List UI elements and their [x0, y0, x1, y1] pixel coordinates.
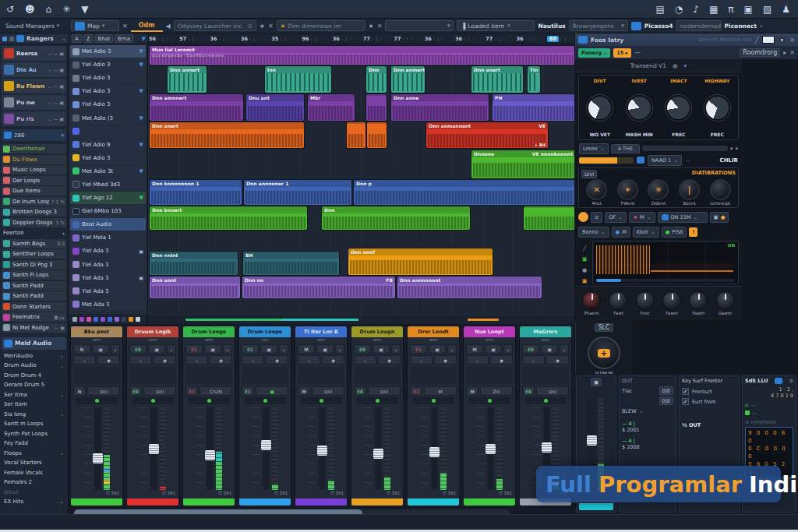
browser-list-item[interactable]: Ni Met Rodge — ▣	[2, 323, 66, 333]
routing-button[interactable]: ⌄	[129, 355, 152, 365]
inserts-button[interactable]: ▣	[541, 344, 558, 354]
volume-fader[interactable]	[94, 407, 101, 490]
naao-dropdown[interactable]: NAAO 1⌄	[648, 155, 682, 166]
sends-button[interactable]: ◆	[434, 355, 457, 365]
channel-color-footer[interactable]	[351, 499, 403, 506]
track-row[interactable]: Yiel Ada 3	[70, 285, 146, 298]
mixer-channel-strip[interactable]: Drum Loope -im- E1 ▣ ⌄ ⌄ ◆ E1 ●	[238, 326, 291, 506]
toolbar-icon[interactable]: ✳	[62, 4, 70, 15]
sort-z-button[interactable]: Z	[83, 34, 94, 43]
plugin-window-titlebar[interactable]: Foos Iatry Onn nnl Annnlnn nnn ╱ ▾ ✕	[575, 33, 798, 46]
browser-file-item[interactable]: Ser Item	[0, 400, 68, 410]
envelope-display[interactable]: ON	[592, 241, 739, 284]
pan-slider[interactable]	[300, 397, 342, 404]
fader-cap[interactable]	[429, 447, 440, 457]
inserts-button[interactable]: ▣	[204, 344, 221, 354]
monitor-button[interactable]: M	[466, 344, 483, 354]
browser-list-item[interactable]: Santh Padd	[2, 281, 66, 291]
browser-file-item[interactable]: Vocal Starters	[0, 458, 68, 468]
tool-icon[interactable]: ▣	[582, 256, 588, 262]
clip[interactable]: Dnn anmert	[391, 66, 425, 93]
mixer-channel-strip[interactable]: Nue Loopt -em- M ▣ ⌄ ⌄ ◆ M Znl	[463, 326, 516, 506]
toolbar-icon[interactable]: ◔	[675, 4, 683, 15]
empty-dropdown[interactable]: ▾	[385, 20, 454, 31]
browser-list-item[interactable]: Du Flows	[2, 155, 66, 164]
browser-file-item[interactable]: Floops ⌄	[0, 449, 68, 459]
browser-list-item[interactable]: Santh Fi Lops	[2, 270, 66, 280]
chevron-down-icon[interactable]: ⌄	[335, 344, 344, 354]
track-dot[interactable]	[108, 317, 112, 322]
browser-file-item[interactable]: Derare Drum 5	[0, 380, 68, 390]
routing-button[interactable]: ⌄	[242, 355, 264, 365]
clip[interactable]: Inn	[265, 66, 331, 93]
clip[interactable]	[366, 94, 387, 121]
picasso-field[interactable]: noderndemod 23 b	[676, 20, 722, 31]
fx-knob[interactable]: ✕	[586, 179, 607, 200]
track-dot[interactable]	[94, 317, 98, 322]
track-row[interactable]: Yiel Mbed 3d3	[70, 178, 146, 191]
clip[interactable]: Dnn amnnert	[150, 94, 243, 121]
item-controls[interactable]: ⌄ — ▣	[48, 51, 64, 56]
star-icon[interactable]: ★	[369, 23, 374, 30]
search-input-1[interactable]: Odyssey Launcher inc⊙	[174, 20, 256, 31]
item-controls[interactable]: ⌄ — ▣	[48, 100, 64, 105]
dropdown-button[interactable]: ▾	[778, 36, 787, 44]
clip[interactable]: PH	[493, 94, 575, 121]
eq-button[interactable]: E8	[354, 386, 366, 396]
menu-button[interactable]: ≡	[591, 212, 602, 223]
track-flag-icon[interactable]: ▼	[139, 88, 143, 94]
small-knob[interactable]	[689, 291, 708, 310]
track-row[interactable]: Yiel Adio 9 ▼	[70, 139, 146, 151]
track-flag-icon[interactable]: ▼	[139, 62, 143, 68]
track-row[interactable]: Yiel Mela 1	[70, 231, 146, 244]
clip[interactable]	[367, 122, 387, 148]
channel-edit-button[interactable]: Ch2B	[200, 386, 232, 396]
clip[interactable]: Dnn	[322, 206, 470, 230]
browser-list-item[interactable]: Due Items	[2, 186, 66, 196]
mixer-channel-strip[interactable]: Bku post -am- N ▣ ⌄ ⌄ ◆ N Dnl	[70, 326, 123, 506]
browser-file-item[interactable]: MeiriAudio ⌄	[0, 351, 68, 361]
browser-list-item[interactable]: Der Loops	[2, 176, 66, 185]
clip[interactable]: Mbr	[308, 94, 355, 121]
sort-a-button[interactable]: A	[72, 34, 82, 43]
track-flag-icon[interactable]: ▼	[139, 195, 143, 201]
browser-file-item[interactable]: Sia Iong ⌄	[0, 410, 68, 420]
chevron-down-icon[interactable]: ⌄	[167, 344, 176, 354]
channel-color-footer[interactable]	[71, 499, 122, 506]
track-flag-icon[interactable]: ▼	[139, 115, 143, 122]
channel-edit-button[interactable]: Dnl	[312, 386, 344, 396]
fader-cap[interactable]	[205, 450, 215, 460]
channel-edit-button[interactable]: Dnl	[536, 386, 569, 396]
clip[interactable]: Dnn annert	[168, 66, 207, 93]
browser-file-item[interactable]: Sorut	[0, 488, 68, 498]
fader-cap[interactable]	[486, 444, 496, 454]
slc-button[interactable]: SLC	[595, 323, 613, 332]
arrangement-area[interactable]: Mun lial Loromit quo stroperda · Doerfdi…	[148, 44, 577, 315]
volume-fader[interactable]	[319, 407, 326, 490]
toolbar-icon[interactable]: ⌂	[46, 4, 52, 15]
small-knob[interactable]	[636, 291, 655, 310]
toolbar-icon[interactable]: ♟	[782, 4, 790, 15]
track-row[interactable]: Yiel Adio 3 ▼	[70, 85, 146, 97]
the-tab[interactable]: 4 THE	[611, 144, 640, 153]
clip[interactable]: Dnn anert	[471, 66, 523, 93]
pan-slider[interactable]	[76, 397, 118, 404]
toolbar-icon[interactable]: ▣	[744, 4, 753, 15]
track-flag-icon[interactable]: ▼	[139, 142, 143, 148]
track-row[interactable]: Met Adio (3 ▼	[70, 111, 146, 124]
track-row[interactable]: Yief Ago 12 ▼	[70, 192, 146, 204]
inserts-button[interactable]: ▣	[373, 344, 390, 354]
chevron-left-icon[interactable]: ‹	[760, 23, 762, 30]
track-dot[interactable]	[129, 317, 133, 322]
eq-button[interactable]: E1	[185, 386, 198, 396]
track-row[interactable]: Yiel Adio 3	[70, 152, 146, 164]
fader-cap[interactable]	[149, 444, 159, 454]
tool-icon[interactable]: ●	[582, 267, 587, 273]
sound-managers-dropdown[interactable]: Sound Managers▾	[2, 20, 68, 31]
edit-icon[interactable]	[637, 157, 644, 164]
track-dot[interactable]	[87, 317, 91, 322]
sends-button[interactable]: ◆	[154, 355, 176, 365]
track-flag-icon[interactable]: ▼	[139, 48, 143, 55]
clip[interactable]	[347, 122, 365, 148]
fader-cap[interactable]	[261, 440, 271, 450]
